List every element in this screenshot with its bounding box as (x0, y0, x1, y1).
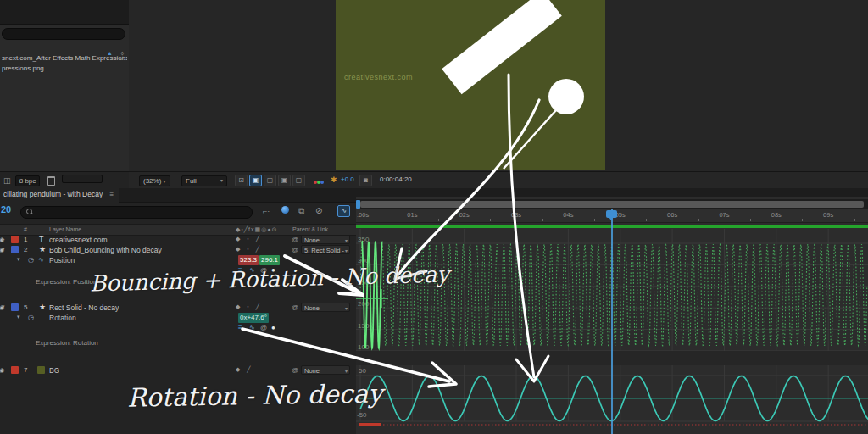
rotation-value[interactable]: 0x+47.6° (238, 313, 269, 323)
column-parent-link[interactable]: Parent & Link (292, 226, 328, 232)
parent-dropdown[interactable]: None▾ (301, 365, 350, 375)
text-layer-icon: T (39, 235, 44, 243)
property-name[interactable]: Rotation (49, 314, 76, 322)
playhead-line[interactable] (611, 209, 613, 434)
playhead-handle[interactable] (606, 210, 617, 218)
chevron-right-icon[interactable]: ▸ (2, 236, 5, 242)
work-area-bar[interactable] (360, 201, 864, 208)
chevron-down-icon: ▾ (345, 237, 348, 243)
project-footer-bar: ◫ 8 bpc (0, 171, 130, 189)
layer-row-5[interactable]: ◉ ▾ 5 ★ Rect Solid - No decay ◆ ◦ ╱ @ No… (0, 303, 356, 313)
parent-dropdown[interactable]: None▾ (301, 303, 350, 312)
mask-visibility-icon[interactable]: ▢ (264, 175, 276, 186)
stopwatch-icon[interactable]: ◷ (28, 314, 34, 321)
region-of-interest-icon[interactable]: ⊡ (235, 175, 248, 186)
layer-color-label[interactable] (11, 366, 19, 374)
composition-mini-flowchart-icon[interactable]: ⌐· (263, 208, 270, 215)
current-frame-counter[interactable]: 20 (1, 204, 11, 214)
chevron-down-icon[interactable]: ▾ (17, 256, 20, 263)
ruler-half-tick (802, 219, 803, 221)
transparency-grid-icon[interactable]: ▣ (249, 175, 262, 186)
project-search-input[interactable] (2, 28, 125, 40)
draft-3d-icon[interactable] (281, 206, 289, 214)
layer-color-label[interactable] (11, 303, 19, 311)
layer-color-label[interactable] (11, 246, 19, 253)
parent-dropdown[interactable]: 5. Rect Solid - ▾ (301, 245, 350, 254)
ruler-half-tick (542, 219, 543, 221)
layer-row-7[interactable]: ◉ ▸ 7 BG ◆ ╱ @ None▾ (0, 365, 356, 376)
project-preview-area (0, 0, 129, 25)
expression-enable-icon[interactable]: ≡ (238, 324, 242, 331)
motion-blur-icon[interactable]: ⊘ (315, 207, 322, 215)
timeline-search-input[interactable] (20, 206, 253, 219)
exposure-value[interactable]: +0.0 (341, 175, 354, 183)
position-y-value[interactable]: 296.1 (259, 255, 280, 265)
project-item[interactable]: pressions.png (2, 64, 127, 74)
ruler-half-tick (438, 219, 439, 221)
snapshot-camera-icon[interactable]: ◙ (359, 175, 372, 186)
ruler-tick: 02s (459, 211, 470, 219)
channel-rgb-icon[interactable] (314, 178, 324, 186)
chevron-down-icon: ▾ (345, 368, 348, 374)
solid-swatch (37, 366, 45, 374)
chevron-right-icon[interactable]: ▸ (2, 366, 5, 373)
project-item-label: pressions.png (2, 64, 44, 72)
bit-depth-button[interactable]: 8 bpc (15, 175, 41, 186)
layer-index: 7 (24, 366, 27, 374)
composition-canvas[interactable]: creativesnext.com (336, 0, 605, 170)
layer-name[interactable]: Bob Child_Bouncing with No decay (49, 246, 162, 254)
layer-switches[interactable]: ◆ ╱ (236, 366, 253, 373)
stopwatch-icon[interactable]: ◷ (28, 256, 34, 264)
guides-icon[interactable]: ▣ (278, 175, 291, 186)
chevron-down-icon[interactable]: ▾ (17, 314, 20, 320)
panel-menu-icon[interactable]: ≡ (110, 192, 114, 198)
layer-row-1[interactable]: ◉ ▸ 1 T creativesnext.com ◆ ◦ ╱ @ None▾ (0, 235, 356, 245)
pickwhip-icon[interactable]: @ (292, 366, 298, 374)
layer-switches[interactable]: ◆ ◦ ╱ (236, 303, 262, 310)
column-switches-icons: ◆◦╱fx▦◎●⊙ (236, 226, 277, 233)
ruler-half-tick (646, 219, 647, 221)
expression-rotation-row[interactable]: Expression: Rotation (36, 339, 98, 347)
interpret-footage-icon[interactable]: ◫ (3, 177, 11, 185)
layer-index: 2 (24, 246, 27, 253)
watermark-text: creativesnext.com (344, 73, 413, 81)
property-name[interactable]: Position (49, 256, 75, 264)
layer-row-2[interactable]: ◉ ▾ 2 ★ Bob Child_Bouncing with No decay… (0, 245, 356, 255)
rulers-icon[interactable]: ▢ (292, 175, 305, 186)
expression-position-row[interactable]: Expression: Position (36, 278, 97, 286)
trash-icon[interactable] (47, 176, 55, 186)
layer-color-label[interactable] (11, 236, 19, 243)
expression-menu-icon[interactable]: ● (271, 324, 275, 331)
viewer-timecode[interactable]: 0:00:04:20 (380, 175, 412, 183)
svg-text:100: 100 (358, 343, 370, 351)
layer-name[interactable]: Rect Solid - No decay (49, 303, 119, 312)
position-x-value[interactable]: 523.3 (238, 255, 259, 265)
render-progress-bar (62, 175, 103, 183)
pickwhip-icon[interactable]: @ (292, 246, 298, 253)
rotation-property-row[interactable]: ▾ ◷ Rotation 0x+47.6° (0, 313, 356, 323)
timeline-column-header: # Layer Name ◆◦╱fx▦◎●⊙ Parent & Link (0, 224, 356, 236)
layer-switches[interactable]: ◆ ◦ ╱ (236, 236, 262, 242)
expression-graph-icon[interactable]: ∿ (249, 324, 255, 331)
layer-name[interactable]: creativesnext.com (49, 236, 108, 244)
graph-editor-icon[interactable]: ∿ (337, 205, 350, 217)
work-area-row (356, 199, 868, 209)
position-property-row[interactable]: ▾ ◷ ∿ Position 523.3 296.1 (0, 255, 356, 265)
project-item[interactable]: snext.com_After Effects Math Expressions… (2, 53, 127, 64)
layer-switches[interactable]: ◆ ◦ ╱ (236, 246, 262, 253)
frame-blending-icon[interactable]: ⧉ (298, 207, 304, 215)
pickwhip-icon[interactable]: @ (292, 303, 298, 311)
chevron-down-icon[interactable]: ▾ (2, 246, 5, 253)
ruler-half-tick (387, 219, 387, 221)
ruler-half-tick (490, 219, 491, 221)
chevron-down-icon[interactable]: ▾ (2, 303, 5, 310)
pickwhip-icon[interactable]: @ (292, 236, 298, 243)
column-layer-name[interactable]: Layer Name (49, 226, 81, 232)
magnification-dropdown[interactable]: (32%) ▾ (139, 175, 170, 186)
parent-dropdown[interactable]: None▾ (301, 235, 350, 244)
resolution-dropdown[interactable]: Full ▾ (181, 175, 227, 186)
exposure-icon[interactable]: ✱ (331, 176, 337, 184)
layer-name[interactable]: BG (49, 366, 59, 375)
graph-toggle-icon[interactable]: ∿ (38, 256, 44, 264)
expression-pickwhip-icon[interactable]: @ (260, 324, 267, 331)
